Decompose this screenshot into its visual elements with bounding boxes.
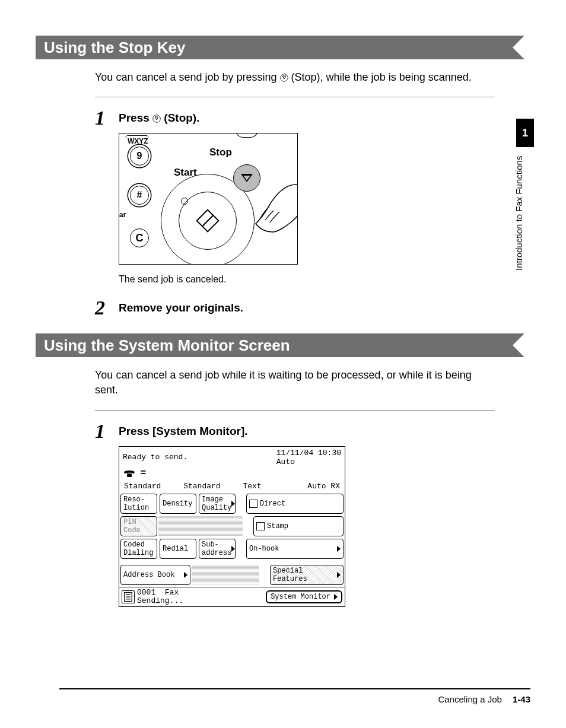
step-number: 2 — [95, 298, 119, 318]
svg-point-2 — [153, 115, 161, 123]
job-state: Sending... — [137, 596, 183, 605]
btn-subaddress[interactable]: Sub- address — [199, 539, 236, 559]
numkey-9: 9 — [130, 147, 149, 166]
step-number: 1 — [95, 421, 119, 608]
btn-pin-code: PIN Code — [120, 516, 157, 536]
stop-icon — [152, 113, 161, 121]
btn-image-quality[interactable]: Image Quality — [199, 494, 236, 514]
status-resolution: Standard — [124, 482, 161, 491]
step-number: 1 — [95, 108, 119, 285]
clear-key: C — [130, 228, 149, 247]
blank-area — [192, 565, 259, 585]
lcd-button-row-2: PIN Code Stamp — [119, 516, 345, 538]
step-1-heading: Press (Stop). — [119, 112, 495, 125]
btn-coded-dialing[interactable]: Coded Dialing — [120, 539, 157, 559]
start-button — [179, 192, 237, 250]
btn-resolution[interactable]: Reso- lution — [120, 494, 157, 514]
stop-label: Stop — [209, 147, 232, 158]
intro-system-monitor: You can cancel a send job while it is wa… — [95, 368, 495, 398]
step-1-note: The send job is canceled. — [119, 274, 495, 285]
btn-density[interactable]: Density — [160, 494, 196, 514]
stop-icon — [280, 71, 288, 80]
lcd-button-row-4: Address Book Special Features — [119, 564, 345, 587]
divider — [95, 97, 495, 97]
lcd-auto: Auto — [276, 457, 341, 466]
step-2-heading: Remove your originals. — [119, 301, 495, 314]
side-tab: 1 Introduction to Fax Functions — [514, 119, 534, 271]
chapter-tab: 1 — [516, 119, 534, 147]
control-panel-illustration: WXYZ 9 # ar C Stop Start — [119, 133, 298, 265]
step1-head-a: Press — [119, 112, 152, 124]
svg-marker-3 — [155, 117, 158, 120]
checkbox-icon — [249, 500, 257, 508]
job-type: Fax — [165, 588, 179, 597]
document-icon — [122, 590, 135, 603]
lcd-screen: Ready to send. 11/11/04 10:30 Auto = Sta… — [119, 446, 345, 608]
wxyz-label: WXYZ — [128, 137, 148, 145]
phone-icon — [123, 469, 136, 478]
step-1: 1 Press (Stop). WXYZ 9 # ar C Stop Start — [95, 109, 495, 285]
page: 1 Introduction to Fax Functions Using th… — [0, 0, 566, 728]
btn-system-monitor[interactable]: System Monitor — [266, 590, 342, 603]
footer-title: Canceling a Job — [438, 694, 502, 704]
checkbox-icon — [256, 522, 265, 530]
btn-on-hook[interactable]: On-hook — [246, 539, 344, 559]
page-footer: Canceling a Job 1-43 — [59, 688, 530, 704]
lcd-button-row-3: Coded Dialing Redial Sub- address On-hoo… — [119, 538, 345, 561]
lcd-status-row: Standard Standard Text Auto RX — [119, 481, 345, 493]
job-id: 0001 — [137, 588, 155, 597]
svg-point-0 — [280, 74, 288, 82]
step-3: 1 Press [System Monitor]. Ready to send.… — [95, 422, 495, 608]
btn-special-features[interactable]: Special Features — [270, 565, 344, 585]
btn-stamp[interactable]: Stamp — [253, 516, 344, 536]
svg-marker-1 — [282, 76, 286, 79]
btn-address-book[interactable]: Address Book — [120, 565, 190, 585]
intro-text-a: You can cancel a send job by pressing — [95, 71, 280, 83]
lcd-ready-text: Ready to send. — [123, 453, 187, 462]
section-header-stop-key: Using the Stop Key — [36, 36, 513, 59]
intro-stop-key: You can cancel a send job by pressing (S… — [95, 70, 495, 85]
ar-label: ar — [119, 211, 126, 219]
numkey-hash: # — [130, 186, 149, 205]
chapter-label: Introduction to Fax Functions — [514, 152, 524, 271]
top-arc — [236, 133, 258, 138]
divider — [95, 410, 495, 411]
svg-rect-4 — [127, 473, 132, 477]
status-image-quality: Text — [243, 482, 261, 491]
finger-press-icon — [238, 180, 298, 251]
status-rx: Auto RX — [307, 482, 340, 491]
step1-head-b: (Stop). — [164, 112, 199, 124]
section-header-system-monitor: Using the System Monitor Screen — [36, 333, 513, 357]
page-number: 1-43 — [513, 694, 530, 704]
lcd-datetime: 11/11/04 10:30 — [276, 449, 341, 457]
lcd-equals: = — [141, 468, 147, 479]
lcd-button-row-1: Reso- lution Density Image Quality Direc… — [119, 493, 345, 516]
btn-redial[interactable]: Redial — [160, 539, 196, 559]
step-3-heading: Press [System Monitor]. — [119, 425, 495, 438]
status-density: Standard — [183, 482, 220, 491]
step-2: 2 Remove your originals. — [95, 299, 495, 318]
lcd-bottom-bar: 0001 Fax Sending... System Monitor — [119, 587, 345, 607]
intro-text-b: (Stop), while the job is being scanned. — [291, 71, 472, 83]
start-icon — [196, 209, 220, 233]
btn-direct[interactable]: Direct — [246, 494, 344, 514]
disabled-area — [158, 516, 243, 536]
